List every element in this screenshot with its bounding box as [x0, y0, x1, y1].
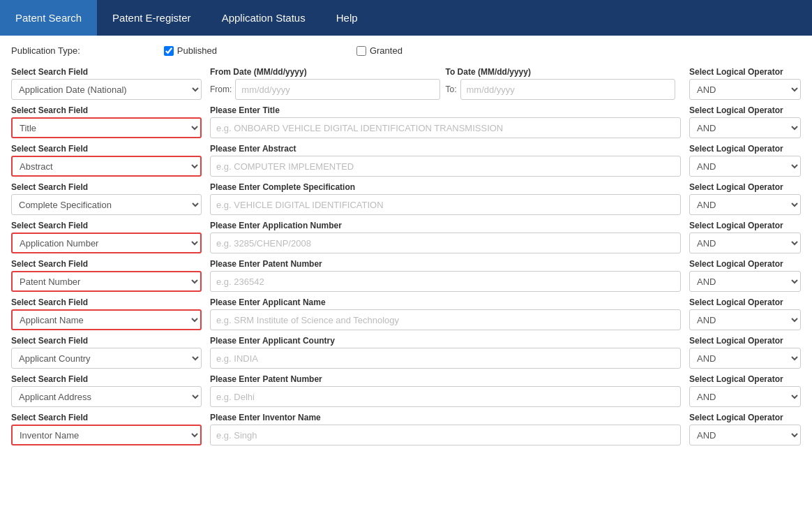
row-date-select-wrap: Select Search Field Application Date (Na…: [11, 67, 210, 100]
row-appcountry-input-wrap: Please Enter Applicant Country: [210, 336, 689, 369]
nav-patent-search[interactable]: Patent Search: [0, 0, 97, 36]
row-title-select-wrap: Select Search Field Title: [11, 105, 210, 138]
nav-patent-eregister[interactable]: Patent E-register: [97, 0, 206, 36]
row-appcountry-select-label: Select Search Field: [11, 336, 202, 346]
row-appcountry-logical-select[interactable]: AND OR NOT: [689, 348, 801, 369]
published-checkbox[interactable]: [164, 46, 174, 56]
row-date-logical-wrap: Select Logical Operator AND OR NOT: [689, 67, 801, 100]
row-appnum-input[interactable]: [210, 233, 681, 253]
row-appname-select-field[interactable]: Applicant Name: [11, 309, 202, 330]
row-title-select-label: Select Search Field: [11, 105, 202, 115]
row-title-input[interactable]: [210, 117, 681, 138]
published-label: Published: [177, 45, 217, 56]
row-appcountry-logical-wrap: Select Logical Operator AND OR NOT: [689, 336, 801, 369]
row-appname-logical-wrap: Select Logical Operator AND OR NOT: [689, 297, 801, 330]
to-label: To:: [446, 84, 457, 94]
row-date-select-field[interactable]: Application Date (National): [11, 79, 202, 100]
row-abstract-logical-wrap: Select Logical Operator AND OR NOT: [689, 144, 801, 177]
row-appname-input[interactable]: [210, 309, 681, 330]
row-patentnum-logical-select[interactable]: AND OR NOT: [689, 271, 801, 292]
row-inventorname-select-field[interactable]: Inventor Name: [11, 425, 202, 445]
to-date-header: To Date (MM/dd/yyyy): [446, 67, 676, 77]
row-appnum-select-wrap: Select Search Field Application Number: [11, 221, 210, 253]
row-title-logical-wrap: Select Logical Operator AND OR NOT: [689, 105, 801, 138]
from-date-input[interactable]: [235, 79, 439, 100]
row-appnum-logical-label: Select Logical Operator: [689, 221, 801, 230]
row-abstract-select-field[interactable]: Abstract: [11, 156, 202, 177]
row-inventorname-select-wrap: Select Search Field Inventor Name: [11, 413, 210, 445]
to-date-input[interactable]: [460, 79, 675, 100]
row-appaddress-logical-select[interactable]: AND OR NOT: [689, 386, 801, 407]
granted-label: Granted: [370, 45, 403, 56]
row-patentnum-select-label: Select Search Field: [11, 259, 202, 269]
row-appaddress-select-wrap: Select Search Field Applicant Address: [11, 374, 210, 407]
row-inventorname-logical-wrap: Select Logical Operator AND OR NOT: [689, 413, 801, 445]
published-checkbox-group: Published: [164, 45, 217, 56]
row-date-logical-label: Select Logical Operator: [689, 67, 801, 77]
row-abstract-input-wrap: Please Enter Abstract: [210, 144, 689, 177]
row-completespec-input-label: Please Enter Complete Specification: [210, 182, 681, 192]
row-inventorname-logical-select[interactable]: AND OR NOT: [689, 425, 801, 445]
row-completespec-select-label: Select Search Field: [11, 182, 202, 192]
publication-type-label: Publication Type:: [11, 45, 80, 56]
row-inventorname-input[interactable]: [210, 425, 681, 445]
row-appnum-logical-wrap: Select Logical Operator AND OR NOT: [689, 221, 801, 253]
granted-checkbox-group: Granted: [356, 45, 403, 56]
row-appcountry-logical-label: Select Logical Operator: [689, 336, 801, 346]
granted-checkbox[interactable]: [356, 46, 366, 56]
row-date-logical-select[interactable]: AND OR NOT: [689, 79, 801, 100]
row-date-select-label: Select Search Field: [11, 67, 202, 77]
row-appcountry-select-field[interactable]: Applicant Country: [11, 348, 202, 369]
from-date-header: From Date (MM/dd/yyyy): [210, 67, 440, 77]
row-title-logical-label: Select Logical Operator: [689, 105, 801, 115]
from-label: From:: [210, 84, 232, 94]
row-inventorname-input-wrap: Please Enter Inventor Name: [210, 413, 689, 445]
row-appaddress-input[interactable]: [210, 386, 681, 407]
row-completespec-input[interactable]: [210, 194, 681, 215]
row-abstract-logical-select[interactable]: AND OR NOT: [689, 156, 801, 177]
row-abstract-input[interactable]: [210, 156, 681, 177]
row-title-input-wrap: Please Enter Title: [210, 105, 689, 138]
row-appaddress-select-field[interactable]: Applicant Address: [11, 386, 202, 407]
row-appnum-input-label: Please Enter Application Number: [210, 221, 681, 230]
row-appname-input-wrap: Please Enter Applicant Name: [210, 297, 689, 330]
row-completespec-logical-wrap: Select Logical Operator AND OR NOT: [689, 182, 801, 215]
row-appaddress-logical-wrap: Select Logical Operator AND OR NOT: [689, 374, 801, 407]
row-completespec-logical-select[interactable]: AND OR NOT: [689, 194, 801, 215]
publication-type-row: Publication Type: Published Granted: [11, 45, 801, 56]
row-completespec-input-wrap: Please Enter Complete Specification: [210, 182, 689, 215]
row-patentnum-select-wrap: Select Search Field Patent Number: [11, 259, 210, 292]
row-patentnum-select-field[interactable]: Patent Number: [11, 271, 202, 292]
row-appname-logical-label: Select Logical Operator: [689, 297, 801, 307]
row-appcountry-select-wrap: Select Search Field Applicant Country: [11, 336, 210, 369]
row-abstract-input-label: Please Enter Abstract: [210, 144, 681, 154]
row-title-logical-select[interactable]: AND OR NOT: [689, 117, 801, 138]
row-abstract-select-label: Select Search Field: [11, 144, 202, 154]
row-appaddress-logical-label: Select Logical Operator: [689, 374, 801, 384]
row-title-select-field[interactable]: Title: [11, 117, 202, 138]
row-appnum-logical-select[interactable]: AND OR NOT: [689, 233, 801, 253]
row-appaddress-input-label: Please Enter Patent Number: [210, 374, 681, 384]
row-appcountry-input[interactable]: [210, 348, 681, 369]
row-appname-input-label: Please Enter Applicant Name: [210, 297, 681, 307]
row-abstract-select-wrap: Select Search Field Abstract: [11, 144, 210, 177]
row-completespec-logical-label: Select Logical Operator: [689, 182, 801, 192]
row-inventorname-select-label: Select Search Field: [11, 413, 202, 422]
row-inventorname-input-label: Please Enter Inventor Name: [210, 413, 681, 422]
main-content: Publication Type: Published Granted Sele…: [0, 36, 812, 461]
row-appname-logical-select[interactable]: AND OR NOT: [689, 309, 801, 330]
row-date-inputs-wrap: From Date (MM/dd/yyyy) From: To Date (MM…: [210, 67, 689, 100]
row-appnum-select-field[interactable]: Application Number: [11, 233, 202, 253]
row-title-input-label: Please Enter Title: [210, 105, 681, 115]
row-appaddress-select-label: Select Search Field: [11, 374, 202, 384]
nav-application-status[interactable]: Application Status: [206, 0, 321, 36]
row-appname-select-label: Select Search Field: [11, 297, 202, 307]
row-completespec-select-field[interactable]: Complete Specification: [11, 194, 202, 215]
row-patentnum-logical-wrap: Select Logical Operator AND OR NOT: [689, 259, 801, 292]
row-patentnum-logical-label: Select Logical Operator: [689, 259, 801, 269]
row-completespec-select-wrap: Select Search Field Complete Specificati…: [11, 182, 210, 215]
row-appcountry-input-label: Please Enter Applicant Country: [210, 336, 681, 346]
row-patentnum-input-wrap: Please Enter Patent Number: [210, 259, 689, 292]
nav-help[interactable]: Help: [321, 0, 373, 36]
row-patentnum-input[interactable]: [210, 271, 681, 292]
